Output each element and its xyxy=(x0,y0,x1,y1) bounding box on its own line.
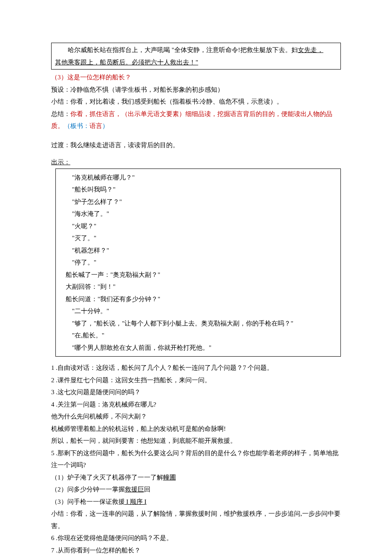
item-4c: 所以，船长一问，就问到要害：他想知道，到底能不能开展救援。 xyxy=(51,435,341,447)
preset-line: 预设：冷静临危不惧（请学生板书，对船长形象的初步感知） xyxy=(51,84,341,96)
box1-underline2: 其他乘客跟上，船员断后。必须把六十人救出去！" xyxy=(55,59,198,66)
dlg-7: "机器怎样？" xyxy=(59,244,337,257)
transition: 过渡：我么继续走进语言，读读背后的目的。 xyxy=(51,139,341,151)
conclusion-word: 语言 xyxy=(89,122,102,129)
i5-1a: （1）炉子淹了火灭了机器停了一一了解 xyxy=(51,474,163,481)
item-1: 1 .自由读对话：这段话，船长问了几个人？船长一连问了几个问题？7 个问题。 xyxy=(51,362,341,374)
item-4a: 他为什么先问机械师，不问大副？ xyxy=(51,410,341,423)
dialogue-box: "洛克机械师在哪儿？" "船长叫我吗？" "炉子怎么样了？" "海水淹了。" "… xyxy=(55,169,341,357)
box1-line1: 哈尔威船长站在指挥台上，大声吼喝 "全体安静，注意听命令!把救生艇放下去。妇女先… xyxy=(55,44,337,56)
dlg-11: 船长问道："我们还有多少分钟？" xyxy=(59,293,337,305)
dlg-2: "船长叫我吗？" xyxy=(59,183,337,196)
item-5-1: （1）炉子淹了火灭了机器停了一一了解幢圃 xyxy=(51,471,341,484)
conclusion-blue2: ） xyxy=(102,122,109,129)
i5-3a: （3）问手枪一一保证救援 xyxy=(51,498,125,505)
item-4b: 机械师管理着船上的轮机运转，船上的发动机可是船的命脉啊! xyxy=(51,423,341,435)
quote-box-1: 哈尔威船长站在指挥台上，大声吼喝 "全体安静，注意听命令!把救生艇放下去。妇女先… xyxy=(51,43,341,70)
dlg-5: "火呢？" xyxy=(59,220,337,232)
document-page: 哈尔威船长站在指挥台上，大声吼喝 "全体安静，注意听命令!把救生艇放下去。妇女先… xyxy=(0,0,392,555)
box1-prefix: 哈尔威船长站在指挥台上，大声吼喝 "全体安静，注意听命令!把救生艇放下去。妇 xyxy=(68,46,298,53)
item-4: 4 .关注第一问题：洛克机械师在哪儿? xyxy=(51,398,341,411)
dlg-15: "哪个男人胆敢抢在女人前面，你就开枪打死他。" xyxy=(59,342,337,354)
item-5-3: （3）问手枪一一保证救援 I 顺序 I xyxy=(51,496,341,508)
summary-2: 小结：你看，这一连串的问题，从了解险情，掌握救援时间，维护救援秩序，一步步追问,… xyxy=(51,508,341,532)
i5-2a: （2）问多少分钟一一掌握 xyxy=(51,486,125,493)
i5-3b: I 顺序 I xyxy=(125,498,147,505)
show-label: 出示： xyxy=(51,156,341,169)
box1-line2: 其他乘客跟上，船员断后。必须把六十人救出去！" xyxy=(55,56,337,69)
dlg-8: "停了。" xyxy=(59,256,337,269)
conclusion: 总结：你看，抓住语言，（出示单元语文要素）细细品读，挖掘语言背后的目的，便能读出… xyxy=(51,108,341,132)
dlg-14: "在,船长。" xyxy=(59,329,337,342)
dlg-12: "二十分钟。" xyxy=(59,305,337,317)
item-5: 5 .那剩下的这些问题中，船长为什么要这么问？背后的目的是什么？你也能学着老师的… xyxy=(51,447,341,471)
dlg-10: 大副回答："到！" xyxy=(59,281,337,293)
conclusion-blue1: （板书： xyxy=(64,122,89,129)
dlg-3: "炉子怎么样了？" xyxy=(59,196,337,208)
dlg-4: "海水淹了。" xyxy=(59,208,337,220)
question-3: （3）这是一位怎样的船长？ xyxy=(51,71,341,84)
item-3: 3 .这七次问题是随便问问的吗？ xyxy=(51,386,341,398)
dlg-1: "洛克机械师在哪儿？" xyxy=(59,171,337,184)
i5-1b: 幢圃 xyxy=(163,474,176,481)
item-5-2: （2）问多少分钟一一掌握救援巨回 xyxy=(51,483,341,496)
i5-2c: 回 xyxy=(144,486,150,493)
dlg-13: "够了，"船长说，"让每个人都下到小艇上去。奥克勒福大副，你的手枪在吗？" xyxy=(59,317,337,330)
summary-1: 小结：你看，对比着读，我们感受到船长（指着板书:冷静、临危不惧，示意读）。 xyxy=(51,96,341,108)
box1-underline1: 女先走， xyxy=(298,46,323,53)
item-7: 7 .从而你看到一位怎样的船长？ xyxy=(51,544,341,555)
dlg-6: "灭了。" xyxy=(59,232,337,244)
dlg-9: 船长喊了一声："奥克勒福大副？" xyxy=(59,269,337,281)
i5-2b: 救援巨 xyxy=(125,486,144,493)
item-6: 6 .你现在还觉得他是随便问问的吗？不是。 xyxy=(51,532,341,544)
conclusion-label: 总结： xyxy=(51,110,70,117)
item-2: 2 .课件显红七个问题：这回女生挡一挡船长，来问一问。 xyxy=(51,374,341,386)
